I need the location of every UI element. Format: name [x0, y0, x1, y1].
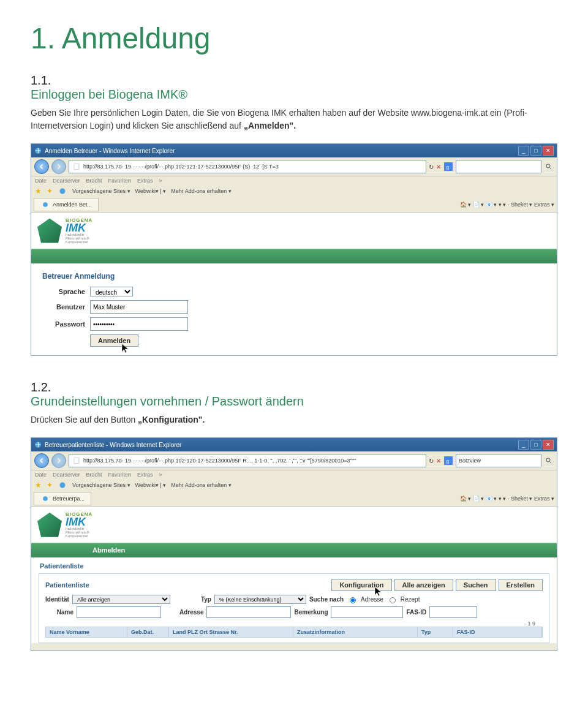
passwort-input[interactable]: [90, 317, 188, 331]
browser-tab[interactable]: Betreuerpa...: [34, 492, 91, 505]
close-button[interactable]: ✕: [543, 440, 554, 450]
svg-point-12: [60, 483, 66, 488]
page-icon: [72, 162, 81, 172]
suche-rezept-radio[interactable]: [390, 597, 396, 603]
logo-brand2: IMK: [66, 223, 92, 233]
search-icon[interactable]: [544, 456, 554, 466]
th-adresse[interactable]: Land PLZ Ort Strasse Nr.: [169, 627, 293, 637]
adresse-input[interactable]: [206, 606, 291, 618]
green-nav-bar: Abmelden: [31, 543, 557, 557]
bemerkung-input[interactable]: [331, 606, 403, 618]
fav-item[interactable]: Vorgeschlagene Sites ▾: [72, 188, 130, 194]
label-name: Name: [45, 609, 74, 616]
address-bar[interactable]: http://83.175.70- 19 ········/profi/···.…: [69, 160, 426, 173]
th-gebdat[interactable]: Geb.Dat.: [127, 627, 169, 637]
close-button[interactable]: ✕: [543, 146, 554, 156]
menu-item[interactable]: Favoriten: [108, 178, 132, 184]
patient-list-box: Patientenliste Konfiguration Alle anzeig…: [39, 573, 549, 643]
favorites-star-icon[interactable]: ★: [35, 187, 42, 195]
suchen-button[interactable]: Suchen: [456, 579, 496, 591]
identitat-select[interactable]: Alle anzeigen: [72, 595, 170, 604]
fasid-input[interactable]: [429, 606, 477, 618]
search-box[interactable]: [456, 160, 541, 173]
menu-item[interactable]: Bracht: [86, 178, 102, 184]
anmelden-button[interactable]: Anmelden: [90, 334, 138, 347]
cursor-icon: [121, 342, 130, 354]
window-title: Anmelden Betreuer - Windows Internet Exp…: [45, 148, 175, 154]
abmelden-link[interactable]: Abmelden: [92, 546, 125, 554]
browser-tab[interactable]: Anmelden Bet...: [34, 198, 99, 211]
label-typ: Typ: [201, 596, 211, 603]
label-identitat: Identität: [45, 596, 69, 603]
pager: 1 9: [45, 620, 543, 627]
benutzer-input[interactable]: [90, 300, 188, 314]
fav-item[interactable]: Webwiki▾ | ▾: [135, 482, 167, 488]
page-tools[interactable]: 🏠 ▾ 📄 ▾ 📧 ▾ ▾ ▾ · Sheket ▾ Extras ▾: [460, 202, 554, 208]
menu-item[interactable]: Extras: [137, 178, 153, 184]
table-header: Name Vorname Geb.Dat. Land PLZ Ort Stras…: [45, 627, 543, 638]
th-fasid[interactable]: FAS-ID: [453, 627, 542, 637]
forward-button[interactable]: [51, 159, 66, 174]
section-1-2-body: Drücken Sie auf den Button „Konfiguratio…: [31, 413, 557, 426]
menu-item[interactable]: Date: [35, 178, 47, 184]
menu-item[interactable]: Extras: [137, 472, 153, 478]
window-title: Betreuerpatientenliste - Windows Interne…: [45, 442, 181, 448]
minimize-button[interactable]: _: [518, 440, 529, 450]
maximize-button[interactable]: □: [530, 440, 541, 450]
menu-item[interactable]: Dearserver: [53, 472, 80, 478]
screenshot-patientlist: Betreuerpatientenliste - Windows Interne…: [31, 437, 557, 651]
typ-select[interactable]: % (Keine Einschränkung): [214, 595, 306, 604]
refresh-icon[interactable]: ↻: [429, 458, 434, 464]
page-content: BIOGENA IMK Individuelle Mikronährstoff-…: [31, 506, 557, 643]
search-engine-icon: g: [443, 456, 453, 466]
suggested-sites-icon: [58, 186, 67, 196]
search-engine-icon: g: [443, 162, 453, 172]
favorites-bar: ★ ✦ Vorgeschlagene Sites ▾ Webwiki▾ | ▾ …: [31, 185, 557, 197]
label-suche: Suche nach: [309, 596, 344, 603]
tab-label: Anmelden Bet...: [53, 202, 92, 208]
suche-adresse-radio[interactable]: [350, 597, 356, 603]
menu-item[interactable]: Bracht: [86, 472, 102, 478]
section-1-2-heading: 1.2. Grundeinstellungen vornehmen / Pass…: [31, 380, 557, 409]
back-button[interactable]: [34, 159, 49, 174]
erstellen-button[interactable]: Erstellen: [499, 579, 543, 591]
body-bold: „Anmelden".: [244, 121, 296, 130]
menu-item[interactable]: Dearserver: [53, 178, 80, 184]
back-button[interactable]: [34, 453, 49, 468]
sprache-select[interactable]: deutsch: [90, 287, 133, 296]
alle-anzeigen-button[interactable]: Alle anzeigen: [394, 579, 453, 591]
search-icon[interactable]: [544, 162, 554, 172]
url-text: http://83.175.70- 19 ········/profi/···.…: [83, 164, 279, 170]
fav-item[interactable]: Mehr Add-ons erhalten ▾: [171, 188, 232, 194]
opt-rezept: Rezept: [401, 596, 420, 603]
refresh-icon[interactable]: ↻: [429, 164, 434, 170]
fav-item[interactable]: Webwiki▾ | ▾: [135, 188, 167, 194]
address-bar[interactable]: http://83.175.70- 19 ········/profi/···.…: [69, 454, 426, 467]
nav-toolbar: http://83.175.70- 19 ········/profi/···.…: [31, 157, 557, 176]
fav-item[interactable]: Vorgeschlagene Sites ▾: [72, 482, 130, 488]
search-box[interactable]: Botzview: [456, 454, 541, 467]
login-form: Betreuer Anmeldung Sprache deutsch Benut…: [31, 263, 557, 355]
stop-icon[interactable]: ✕: [436, 164, 441, 170]
nav-toolbar: http://83.175.70- 19 ········/profi/···.…: [31, 451, 557, 470]
th-name[interactable]: Name Vorname: [46, 627, 127, 637]
box-title: Patientenliste: [45, 581, 89, 589]
forward-button[interactable]: [51, 453, 66, 468]
menu-item[interactable]: Favoriten: [108, 472, 132, 478]
maximize-button[interactable]: □: [530, 146, 541, 156]
th-typ[interactable]: Typ: [418, 627, 453, 637]
page-tools[interactable]: 🏠 ▾ 📄 ▾ 📧 ▾ ▾ ▾ · Sheket ▾ Extras ▾: [460, 496, 554, 502]
th-zusatz[interactable]: Zusatzinformation: [293, 627, 418, 637]
menu-item[interactable]: Date: [35, 472, 47, 478]
label-sprache: Sprache: [42, 288, 85, 295]
tab-favicon-icon: [40, 494, 50, 503]
tab-bar: Anmelden Bet... 🏠 ▾ 📄 ▾ 📧 ▾ ▾ ▾ · Sheket…: [31, 197, 557, 212]
favorites-add-icon[interactable]: ✦: [47, 481, 53, 489]
name-input[interactable]: [77, 606, 161, 618]
fav-item[interactable]: Mehr Add-ons erhalten ▾: [171, 482, 232, 488]
stop-icon[interactable]: ✕: [436, 458, 441, 464]
minimize-button[interactable]: _: [518, 146, 529, 156]
favorites-add-icon[interactable]: ✦: [47, 187, 53, 195]
favorites-star-icon[interactable]: ★: [35, 481, 42, 489]
svg-point-13: [43, 496, 48, 501]
